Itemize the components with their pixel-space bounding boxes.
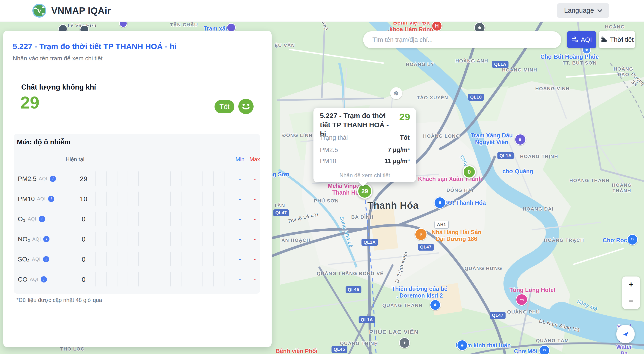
weather-cloud-icon [600,36,608,44]
col-current: Hiện tại [60,156,90,163]
popup-row-value: 7 µg/m³ [388,146,410,154]
info-icon[interactable]: i [43,256,49,262]
map-poi-label: Tùng Long Hotel [510,287,556,293]
map-label: HOÀNG MINH [502,67,538,73]
max-value: - [248,175,262,183]
map-label: ĐÔNG LĨNH [282,133,312,138]
map-poi-label: GO! Thanh Hóa [443,199,486,206]
max-value: - [248,215,262,223]
shopping-bag-icon [434,197,446,209]
road-badge: QL1A [498,152,514,159]
aqi-unit-label: AQI [39,176,48,181]
zoom-out-button[interactable]: − [622,293,640,309]
aqi-layer-button[interactable]: AQI [567,31,596,48]
pollutant-name: NO₂ [18,235,30,243]
info-icon[interactable]: i [50,176,56,182]
air-quality-heading: Chất lượng không khí [21,83,96,91]
col-max: Max [248,156,262,163]
station-title-link[interactable]: 5.227 - Trạm đo thời tiết TP THANH HOÁ -… [13,42,176,51]
sparkline [96,232,235,246]
map-label: HOÀNG LÝ [406,62,434,67]
app-title: VNMAP IQAir [51,6,111,16]
max-value: - [248,195,262,203]
pollutant-name: PM2.5 [18,175,36,183]
map-label: HOÀNG LONG [423,133,460,139]
zoom-in-button[interactable]: + [622,276,640,293]
search-input[interactable] [363,31,580,48]
min-value: - [233,256,247,263]
map-poi-label: chợ Quảng [502,168,533,175]
pollutant-row-so2: SO₂AQIi 0 - - [14,249,260,269]
language-selector[interactable]: Language [557,3,609,18]
max-value: - [248,235,262,243]
pollutant-name: SO₂ [18,256,30,263]
road-badge: QL1A [362,239,378,246]
temple-icon [399,337,410,348]
pollutant-value: 0 [69,255,98,263]
map-poi-label: Bệnh viện Đa khoa Hàm Rồng [390,22,434,33]
map-poi-label: Trạm Xăng Dầu Nguyệt Viên [471,132,513,146]
aqi-value: 29 [20,93,39,112]
wind-icon [572,36,578,43]
map-label: BA ĐÌNH [351,214,374,220]
map-poi-label: Thiên đường của bé , Doremon kisd 2 [392,285,447,299]
pollutant-row-o3: O₃AQIi 0 - - [14,209,260,229]
aqi-marker-0[interactable]: 0 [462,165,476,179]
popup-row: PM2.5 7 µg/m³ [320,145,410,155]
pollutant-value: 0 [69,275,98,283]
search-bar [363,31,561,48]
sparkline [96,272,235,286]
pollutant-row-no2: NO₂AQIi 0 - - [14,229,260,249]
aqi-unit-label: AQI [37,196,46,202]
station-detail-panel: 5.227 - Trạm đo thời tiết TP THANH HOÁ -… [3,31,272,347]
max-value: - [248,276,262,283]
map-label: QUẢNG THỊNH [340,340,378,346]
aqi-unit-label: AQI [32,236,41,242]
map-label: HOÀNG ĐẠI [523,206,554,212]
data-update-note: *Dữ liệu được cập nhật 48 giờ qua [16,297,102,303]
svg-text:V: V [37,7,42,15]
info-icon[interactable]: i [41,276,47,282]
pollutant-value: 29 [69,175,98,183]
pollutant-name: O₃ [18,215,26,223]
app-header: V VNMAP IQAir Language [0,0,644,22]
road-badge: QL45 [332,346,347,353]
pollutant-value: 0 [69,235,98,243]
pollutant-name: PM10 [18,195,35,203]
map-poi-label: Bệnh viện Phổi [276,348,318,354]
info-icon[interactable]: i [43,236,50,242]
locate-me-button[interactable] [616,325,635,343]
popup-row: PM10 11 µg/m³ [320,156,410,166]
aqi-unit-label: AQI [30,277,38,282]
pollutant-row-co: COAQIi 0 - - [14,269,260,289]
pollutant-row-pm25: PM2.5AQIi 29 - - [14,169,260,189]
popup-footer-hint: Nhấn để xem chi tiết [314,172,416,179]
popup-row-label: Trạng thái [320,134,348,141]
weather-layer-label: Thời tiết [610,36,634,44]
station-popup[interactable]: 5.227 - Trạm đo thời tiết TP THANH HOÁ -… [314,108,416,182]
temple-icon: ✽ [390,87,402,99]
station-subtitle: Nhấn vào tên trạm để xem chi tiết [13,55,103,62]
map-label: QUẢNG HƯNG [464,266,502,271]
min-value: - [233,175,247,183]
sparkline [96,171,235,186]
weather-layer-button[interactable]: Thời tiết [599,31,635,48]
min-value: - [233,195,247,203]
pollution-table-header: Hiện tại Min Max [14,156,260,163]
info-icon[interactable]: i [39,216,45,222]
max-value: - [248,256,262,263]
navigation-arrow-icon [622,330,630,338]
aqi-marker-29[interactable]: 29 [357,183,372,199]
aqi-layer-label: AQI [581,36,592,44]
gas-station-icon [514,134,526,145]
map-label: QUẢNG PHÚ [507,309,540,315]
min-value: - [233,215,247,223]
col-min: Min [233,156,247,163]
map-label: ỆU VÂN [274,43,295,48]
hotel-icon [516,294,528,306]
info-icon[interactable]: i [48,196,54,202]
road-badge: QL47 [490,312,506,319]
pollutant-name: CO [18,276,28,283]
road-badge: QL45 [346,286,361,293]
min-value: - [233,235,247,243]
